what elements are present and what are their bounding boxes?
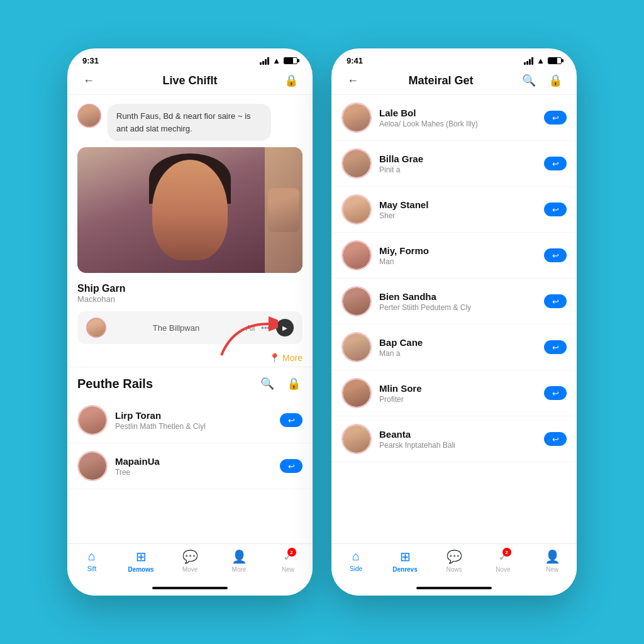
tab-sift[interactable]: ⌂ Sift (67, 549, 116, 573)
tab-nove[interactable]: ✓ 2 Nove (479, 549, 528, 573)
content-1: Runth Faus, Bd & neart fior saire ~ is a… (67, 95, 313, 543)
person-icon-1: 👤 (231, 549, 247, 564)
p2-btn-2[interactable]: ↩ (544, 203, 567, 216)
p2-text-1: Billa Grae Pinit a (379, 153, 536, 174)
list-desc-0: Pestlin Math Thetlen & Ciyl (115, 422, 272, 431)
tab-move[interactable]: 💬 Move (165, 549, 214, 573)
grid-icon-2: ⊞ (400, 549, 411, 564)
lock-icon-3[interactable]: 🔒 (547, 72, 564, 89)
status-bar-2: 9:41 ▲ (331, 48, 577, 69)
p2-avatar-3 (341, 240, 372, 270)
tab-label-sift: Sift (87, 565, 96, 572)
p2-text-4: Bien Sandha Perter Stiith Pedutem & Cly (379, 291, 536, 312)
signal-icon-2 (524, 57, 533, 65)
back-button-1[interactable]: ← (80, 72, 97, 89)
list-btn-1[interactable]: ↩ (280, 459, 303, 473)
track-avatar (86, 318, 106, 338)
status-icons-2: ▲ (524, 56, 562, 65)
more-label[interactable]: More (282, 353, 303, 363)
p2-item-3: Miy, Formo Man ↩ (331, 233, 577, 279)
tab-new-2[interactable]: 👤 New (528, 549, 577, 573)
p2-name-6: Mlin Sore (379, 383, 536, 394)
p2-btn-3[interactable]: ↩ (544, 248, 567, 262)
tab-label-demows: Demows (128, 566, 153, 573)
section-title: Peuthe Rails (77, 377, 153, 391)
p2-item-0: Lale Bol Aeloa/ Look Mahes (Bork Illy) ↩ (331, 95, 577, 141)
bubble-text: Runth Faus, Bd & neart fior saire ~ is a… (108, 104, 271, 141)
wifi-icon-2: ▲ (536, 56, 545, 65)
nav-icons-1: 🔒 (282, 72, 300, 89)
p2-item-7: Beanta Pearsk Inptatehah Bali ↩ (331, 416, 577, 462)
list-name-1: MapainUa (115, 456, 272, 467)
p2-name-1: Billa Grae (379, 153, 536, 164)
tab-demows[interactable]: ⊞ Demows (116, 549, 165, 573)
home-icon-1: ⌂ (88, 549, 96, 564)
battery-icon-2 (548, 57, 562, 64)
p2-desc-3: Man (379, 257, 536, 266)
chat-icon-1: 💬 (182, 549, 198, 564)
home-indicator-1 (67, 580, 313, 596)
play-button[interactable]: ▶ (276, 319, 294, 336)
chat-icon-2: 💬 (447, 549, 462, 564)
home-indicator-2 (331, 580, 577, 596)
list-desc-1: Tree (115, 468, 272, 477)
back-button-2[interactable]: ← (344, 72, 362, 89)
p2-desc-6: Profiter (379, 395, 536, 404)
search-icon-2[interactable]: 🔍 (520, 72, 538, 89)
red-arrow (215, 311, 278, 364)
p2-item-5: Bap Cane Man a ↩ (331, 325, 577, 370)
search-icon-1[interactable]: 🔍 (258, 375, 276, 392)
tab-label-nows: Nows (446, 566, 462, 573)
p2-text-5: Bap Cane Man a (379, 337, 536, 358)
p2-btn-5[interactable]: ↩ (544, 340, 567, 354)
p2-avatar-0 (341, 103, 372, 133)
chat-bubble: Runth Faus, Bd & neart fior saire ~ is a… (77, 104, 303, 141)
tab-denrevs[interactable]: ⊞ Denrevs (380, 549, 430, 573)
tab-nows[interactable]: 💬 Nows (430, 549, 479, 573)
p2-btn-0[interactable]: ↩ (544, 111, 567, 125)
section-header: Peuthe Rails 🔍 🔒 (67, 367, 313, 397)
media-overlay (265, 147, 303, 273)
person-name: Ship Garn (77, 283, 303, 294)
battery-icon (284, 57, 297, 64)
tab-more-1[interactable]: 👤 More (214, 549, 264, 573)
p2-text-6: Mlin Sore Profiter (379, 383, 536, 404)
p2-avatar-7 (341, 424, 372, 454)
p2-item-4: Bien Sandha Perter Stiith Pedutem & Cly … (331, 279, 577, 325)
time-2: 9:41 (347, 56, 363, 65)
p2-btn-7[interactable]: ↩ (544, 432, 567, 446)
person-info: Ship Garn Mackohan (67, 277, 313, 306)
home-icon-2: ⌂ (352, 549, 360, 564)
media-card (77, 147, 303, 273)
nav-bar-2: ← Mateiral Get 🔍 🔒 (331, 69, 577, 95)
p2-avatar-5 (341, 332, 372, 362)
tab-label-new-2: New (546, 566, 558, 573)
p2-btn-1[interactable]: ↩ (544, 157, 567, 170)
p2-btn-4[interactable]: ↩ (544, 294, 567, 308)
wifi-icon: ▲ (272, 56, 280, 65)
chat-avatar (77, 104, 101, 128)
tab-label-more: More (232, 566, 247, 573)
tab-label-nove: Nove (496, 566, 510, 573)
p2-btn-6[interactable]: ↩ (544, 386, 567, 400)
tab-side[interactable]: ⌂ Side (331, 549, 380, 573)
list-name-0: Lirp Toran (115, 410, 272, 421)
p2-name-0: Lale Bol (379, 108, 536, 118)
p2-text-0: Lale Bol Aeloa/ Look Mahes (Bork Illy) (379, 108, 536, 128)
phone-1: 9:31 ▲ ← Live ChifIt 🔒 Runt (67, 48, 313, 596)
p2-desc-7: Pearsk Inptatehah Bali (379, 441, 536, 450)
list-item-1: MapainUa Tree ↩ (67, 443, 313, 489)
lock-icon-2[interactable]: 🔒 (285, 375, 303, 392)
p2-avatar-1 (341, 148, 372, 179)
list-text-0: Lirp Toran Pestlin Math Thetlen & Ciyl (115, 410, 272, 431)
p2-name-7: Beanta (379, 429, 536, 440)
p2-text-3: Miy, Formo Man (379, 245, 536, 266)
track-name: The Billpwan (153, 323, 199, 333)
tab-label-move: Move (182, 566, 197, 573)
section-icons: 🔍 🔒 (258, 375, 303, 392)
lock-icon-1[interactable]: 🔒 (282, 72, 300, 89)
tab-new-1[interactable]: ✓ 2 New (264, 549, 313, 573)
p2-avatar-6 (341, 378, 372, 408)
list-btn-0[interactable]: ↩ (280, 413, 303, 427)
nav-title-2: Mateiral Get (408, 74, 473, 87)
